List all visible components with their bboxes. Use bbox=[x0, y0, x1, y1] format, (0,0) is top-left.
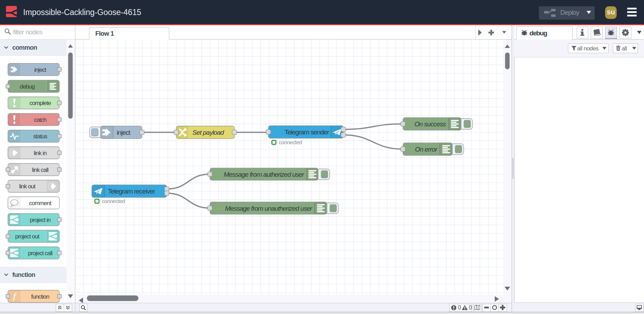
svg-text:Message from autherized user: Message from autherized user bbox=[224, 171, 304, 178]
svg-text:On success: On success bbox=[415, 120, 446, 128]
svg-text:connected: connected bbox=[279, 139, 302, 145]
svg-text:function: function bbox=[31, 293, 49, 300]
svg-text:inject: inject bbox=[117, 129, 131, 136]
svg-text:link call: link call bbox=[32, 167, 48, 173]
svg-text:link in: link in bbox=[34, 150, 47, 156]
svg-text:complete: complete bbox=[29, 100, 51, 106]
svg-text:project in: project in bbox=[30, 217, 51, 223]
svg-text:debug: debug bbox=[20, 83, 35, 90]
svg-text:status: status bbox=[33, 133, 47, 140]
svg-text:Message from unautherized user: Message from unautherized user bbox=[225, 205, 312, 212]
svg-text:link out: link out bbox=[19, 183, 36, 190]
svg-text:catch: catch bbox=[34, 117, 47, 123]
svg-text:connected: connected bbox=[102, 198, 125, 204]
svg-text:Telegram sender: Telegram sender bbox=[285, 128, 329, 136]
svg-text:project call: project call bbox=[28, 250, 52, 257]
svg-text:inject: inject bbox=[34, 67, 47, 73]
svg-text:Telegram receiver: Telegram receiver bbox=[108, 188, 156, 195]
svg-text:Set payload: Set payload bbox=[192, 129, 225, 136]
svg-text:On error: On error bbox=[415, 146, 437, 153]
svg-text:comment: comment bbox=[29, 200, 52, 207]
svg-text:project out: project out bbox=[15, 233, 40, 240]
